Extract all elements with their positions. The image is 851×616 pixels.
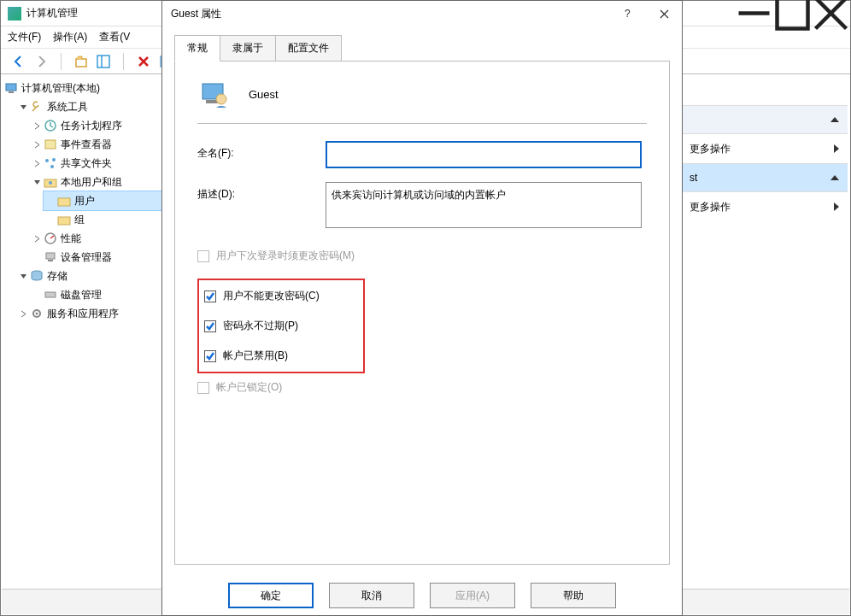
cancel-button[interactable]: 取消 xyxy=(329,583,414,608)
user-icon xyxy=(197,77,232,111)
svg-point-13 xyxy=(52,158,56,161)
divider xyxy=(197,123,647,124)
chevron-up-icon xyxy=(830,117,839,122)
check-account-disabled[interactable]: 帐户已禁用(B) xyxy=(204,349,358,363)
disk-icon xyxy=(44,288,57,302)
svg-point-28 xyxy=(216,94,226,104)
tree-event-viewer[interactable]: 事件查看器 xyxy=(30,135,162,154)
perf-icon xyxy=(44,232,57,245)
highlighted-options: 用户不能更改密码(C) 密码永不过期(P) 帐户已禁用(B) xyxy=(197,279,365,373)
event-icon xyxy=(44,138,57,151)
check-must-change: 用户下次登录时须更改密码(M) xyxy=(197,249,647,263)
label-description: 描述(D): xyxy=(197,182,326,202)
dialog-close-button[interactable] xyxy=(646,2,682,26)
chevron-right-icon xyxy=(834,202,839,211)
svg-rect-1 xyxy=(76,59,86,67)
tree-storage[interactable]: 存储 xyxy=(16,267,162,285)
app-icon xyxy=(8,7,21,21)
chevron-right-icon[interactable] xyxy=(32,158,42,168)
clock-icon xyxy=(44,119,57,132)
tree-local-users-groups[interactable]: 本地用户和组 xyxy=(30,173,162,191)
users-folder-icon xyxy=(44,175,57,189)
chevron-down-icon[interactable] xyxy=(18,271,28,281)
forward-button[interactable] xyxy=(32,52,50,71)
tree-systools[interactable]: 系统工具 xyxy=(16,97,162,116)
checkbox-icon[interactable] xyxy=(204,320,216,332)
back-button[interactable] xyxy=(9,52,28,71)
svg-point-11 xyxy=(45,159,49,162)
chevron-right-icon[interactable] xyxy=(32,120,42,131)
maximize-button[interactable] xyxy=(773,1,812,26)
chevron-down-icon[interactable] xyxy=(32,177,42,187)
menu-file[interactable]: 文件(F) xyxy=(8,30,41,44)
tree-shared-folders[interactable]: 共享文件夹 xyxy=(30,154,162,173)
computer-icon xyxy=(4,81,18,95)
folder-icon xyxy=(57,213,71,226)
fullname-input[interactable] xyxy=(326,141,642,168)
action-more-1[interactable]: 更多操作 xyxy=(683,134,848,163)
share-icon xyxy=(44,156,57,170)
dialog-buttons: 确定 取消 应用(A) 帮助 xyxy=(162,574,682,615)
action-header-users[interactable] xyxy=(683,105,848,134)
action-header-guest[interactable]: st xyxy=(683,163,848,192)
dialog-help-button[interactable]: ? xyxy=(610,2,646,26)
tree-groups[interactable]: 组 xyxy=(44,210,162,229)
svg-point-12 xyxy=(50,165,54,168)
checkbox-icon xyxy=(197,382,209,394)
properties-dialog: Guest 属性 ? 常规 隶属于 配置文件 xyxy=(161,0,683,616)
check-never-expire[interactable]: 密码永不过期(P) xyxy=(204,319,358,333)
user-name-label: Guest xyxy=(249,88,279,101)
description-input[interactable] xyxy=(326,182,642,228)
device-icon xyxy=(44,250,57,264)
svg-rect-20 xyxy=(48,260,53,261)
services-icon xyxy=(30,307,44,320)
storage-icon xyxy=(30,269,44,283)
check-account-locked: 帐户已锁定(O) xyxy=(197,380,647,395)
checkbox-icon[interactable] xyxy=(204,290,216,302)
svg-rect-10 xyxy=(45,140,56,149)
svg-rect-17 xyxy=(58,217,70,225)
check-cannot-change[interactable]: 用户不能更改密码(C) xyxy=(204,289,358,303)
menu-view[interactable]: 查看(V xyxy=(99,30,130,44)
chevron-right-icon[interactable] xyxy=(32,139,42,150)
delete-button[interactable] xyxy=(134,52,153,71)
svg-rect-22 xyxy=(45,292,56,297)
ok-button[interactable]: 确定 xyxy=(228,583,314,608)
tabs: 常规 隶属于 配置文件 xyxy=(174,35,670,62)
tree-device-manager[interactable]: 设备管理器 xyxy=(30,248,162,267)
close-button[interactable] xyxy=(812,1,850,26)
tree-task-scheduler[interactable]: 任务计划程序 xyxy=(30,116,162,135)
tree-services-apps[interactable]: 服务和应用程序 xyxy=(16,304,162,323)
show-hide-tree-button[interactable] xyxy=(94,52,113,71)
actions-panel: 更多操作 st 更多操作 xyxy=(683,105,848,221)
checkbox-icon xyxy=(197,250,209,262)
svg-rect-19 xyxy=(46,253,55,259)
apply-button[interactable]: 应用(A) xyxy=(430,583,515,608)
tab-general[interactable]: 常规 xyxy=(174,35,220,62)
tree-disk-mgmt[interactable]: 磁盘管理 xyxy=(30,285,162,304)
svg-rect-0 xyxy=(778,0,808,29)
label-fullname: 全名(F): xyxy=(197,141,326,161)
tree-performance[interactable]: 性能 xyxy=(30,229,162,248)
svg-rect-8 xyxy=(9,91,14,93)
svg-text:?: ? xyxy=(625,9,631,19)
action-more-2[interactable]: 更多操作 xyxy=(683,192,848,221)
tab-panel-general: Guest 全名(F): 描述(D): 用户下次登录时须更改密码(M) 用户不能… xyxy=(174,61,670,565)
svg-rect-2 xyxy=(97,56,109,67)
chevron-down-icon[interactable] xyxy=(18,102,28,112)
chevron-up-icon xyxy=(830,175,839,180)
up-button[interactable] xyxy=(72,52,91,71)
minimize-button[interactable] xyxy=(735,1,773,26)
tab-memberof[interactable]: 隶属于 xyxy=(220,35,276,62)
checkbox-icon[interactable] xyxy=(204,350,216,362)
tab-profile[interactable]: 配置文件 xyxy=(276,35,342,62)
svg-rect-16 xyxy=(58,198,70,206)
svg-rect-7 xyxy=(6,84,16,91)
menu-action[interactable]: 操作(A) xyxy=(53,30,87,44)
tree-users[interactable]: 用户 xyxy=(44,191,162,210)
help-button[interactable]: 帮助 xyxy=(531,583,616,608)
tree-pane[interactable]: 计算机管理(本地) 系统工具 xyxy=(1,75,163,615)
chevron-right-icon[interactable] xyxy=(32,233,42,243)
chevron-right-icon[interactable] xyxy=(18,308,28,319)
tree-root[interactable]: 计算机管理(本地) xyxy=(3,79,162,97)
